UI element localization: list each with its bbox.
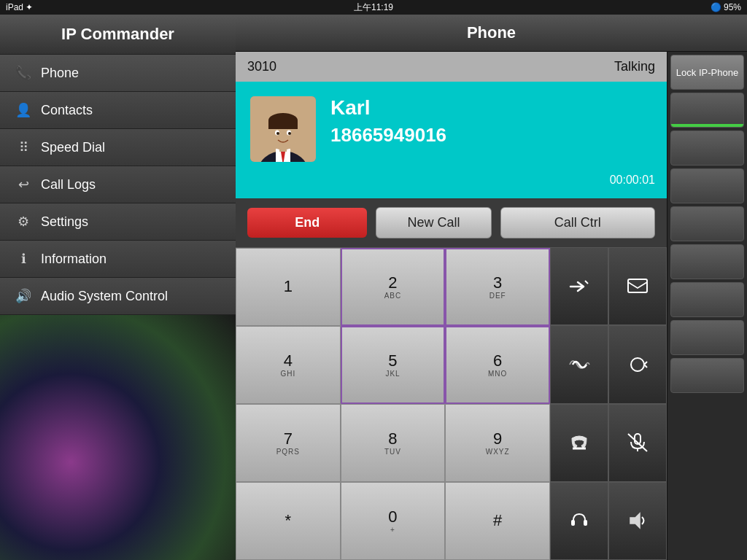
dialpad-key-#[interactable]: # — [445, 482, 550, 560]
end-button[interactable]: End — [247, 208, 367, 238]
avatar-image — [250, 96, 316, 162]
key-num-6: 6 — [493, 352, 502, 370]
dialpad-key-9[interactable]: 9 WXYZ — [445, 404, 550, 482]
status-left: iPad ✦ — [6, 2, 33, 12]
nav-label-settings: Settings — [41, 214, 88, 230]
call-extension: 3010 — [247, 59, 276, 74]
sidebar-title: IP Commander — [12, 25, 224, 44]
nav-label-audiosystem: Audio System Control — [41, 289, 168, 304]
dnd-button[interactable] — [550, 404, 608, 482]
key-num-3: 3 — [493, 274, 502, 292]
audiosystem-icon: 🔊 — [15, 288, 32, 304]
phone-panel: 3010 Talking — [236, 52, 747, 560]
caller-avatar — [250, 96, 316, 162]
svg-rect-7 — [268, 120, 298, 129]
status-ipad: iPad ✦ — [6, 2, 33, 12]
side-btn-9[interactable] — [670, 358, 744, 393]
sidebar-item-information[interactable]: ℹ Information — [0, 241, 236, 278]
svg-rect-19 — [584, 520, 587, 526]
call-ctrl-button[interactable]: Call Ctrl — [500, 207, 655, 238]
battery-icon: 🔵 95% — [711, 2, 741, 12]
dialpad-key-4[interactable]: 4 GHI — [236, 326, 341, 404]
sidebar-item-calllogs[interactable]: ↩ Call Logs — [0, 166, 236, 203]
message-button[interactable] — [608, 247, 667, 325]
key-letters-6: MNO — [488, 370, 507, 378]
dialpad-key-3[interactable]: 3 DEF — [445, 248, 550, 326]
phone-icon: 📞 — [15, 65, 32, 81]
sidebar-item-contacts[interactable]: 👤 Contacts — [0, 92, 236, 129]
call-info-bar: 3010 Talking — [236, 52, 667, 82]
key-num-1: 1 — [284, 278, 293, 295]
sidebar-nav: 📞 Phone 👤 Contacts ⠿ Speed Dial ↩ Call L… — [0, 55, 236, 315]
nav-label-contacts: Contacts — [41, 103, 93, 118]
sidebar-item-settings[interactable]: ⚙ Settings — [0, 203, 236, 241]
hold-button[interactable] — [550, 325, 608, 403]
sidebar-item-phone[interactable]: 📞 Phone — [0, 55, 236, 92]
nav-label-speeddial: Speed Dial — [41, 140, 105, 155]
nav-label-information: Information — [41, 252, 107, 267]
key-letters-5: JKL — [385, 370, 400, 378]
key-letters-8: TUV — [384, 448, 401, 456]
action-buttons: End New Call Call Ctrl — [236, 198, 667, 247]
side-btn-7[interactable] — [670, 282, 744, 317]
dialpad-key-7[interactable]: 7 PQRS — [236, 404, 341, 482]
key-num-*: * — [285, 512, 292, 529]
func-buttons — [550, 247, 667, 560]
key-letters-7: PQRS — [276, 448, 300, 456]
key-letters-9: WXYZ — [486, 448, 510, 456]
status-right: 🔵 95% — [711, 2, 741, 12]
green-indicator-bar — [671, 124, 743, 127]
side-btn-8[interactable] — [670, 320, 744, 355]
sidebar-background — [0, 315, 236, 560]
phone-main: 3010 Talking — [236, 52, 667, 560]
dialpad-key-6[interactable]: 6 MNO — [445, 326, 550, 404]
settings-icon: ⚙ — [15, 214, 32, 230]
mute-button[interactable] — [608, 404, 667, 482]
speeddial-icon: ⠿ — [15, 139, 32, 155]
dialpad-key-5[interactable]: 5 JKL — [341, 326, 446, 404]
loop-button[interactable] — [608, 325, 667, 403]
speaker-button[interactable] — [608, 482, 667, 560]
content-header: Phone — [236, 15, 747, 52]
dialpad-key-2[interactable]: 2 ABC — [341, 248, 446, 326]
status-bar: iPad ✦ 上午11:19 🔵 95% — [0, 0, 747, 15]
key-num-4: 4 — [284, 352, 293, 370]
svg-point-11 — [288, 132, 291, 135]
lock-ip-phone-button[interactable]: Lock IP-Phone — [670, 55, 744, 90]
dialpad-key-0[interactable]: 0 + — [341, 482, 446, 560]
contacts-icon: 👤 — [15, 102, 32, 118]
svg-point-10 — [276, 132, 279, 135]
key-letters-3: DEF — [489, 292, 506, 300]
dialpad-key-*[interactable]: * — [236, 482, 341, 560]
dialpad-grid: 1 2 ABC 3 DEF 4 GHI 5 JKL 6 MNO 7 PQRS 8… — [236, 247, 550, 560]
key-num-#: # — [493, 512, 502, 529]
side-btn-3[interactable] — [670, 131, 744, 166]
headset-button[interactable] — [550, 482, 608, 560]
dialpad-key-8[interactable]: 8 TUV — [341, 404, 446, 482]
sidebar: IP Commander 📞 Phone 👤 Contacts ⠿ Speed … — [0, 15, 236, 560]
call-card: Karl 18665949016 00:00:01 — [236, 82, 667, 198]
key-num-9: 9 — [493, 430, 502, 448]
transfer-button[interactable] — [550, 247, 608, 325]
key-num-2: 2 — [388, 274, 397, 292]
caller-number: 18665949016 — [330, 124, 446, 147]
call-timer: 00:00:01 — [610, 174, 655, 187]
dialpad-key-1[interactable]: 1 — [236, 248, 341, 326]
side-btn-5[interactable] — [670, 206, 744, 241]
dialpad-area: 1 2 ABC 3 DEF 4 GHI 5 JKL 6 MNO 7 PQRS 8… — [236, 247, 667, 560]
side-btn-6[interactable] — [670, 244, 744, 279]
lock-ip-phone-label: Lock IP-Phone — [676, 67, 738, 78]
side-btn-4[interactable] — [670, 168, 744, 203]
key-num-8: 8 — [388, 430, 397, 448]
new-call-button[interactable]: New Call — [376, 207, 491, 238]
sidebar-item-speeddial[interactable]: ⠿ Speed Dial — [0, 129, 236, 166]
sidebar-item-audiosystem[interactable]: 🔊 Audio System Control — [0, 278, 236, 315]
side-panel: Lock IP-Phone — [667, 52, 747, 560]
svg-rect-12 — [628, 279, 647, 292]
sidebar-header: IP Commander — [0, 15, 236, 55]
key-letters-4: GHI — [280, 370, 295, 378]
calllogs-icon: ↩ — [15, 176, 32, 192]
side-btn-2[interactable] — [670, 93, 744, 128]
main-container: IP Commander 📞 Phone 👤 Contacts ⠿ Speed … — [0, 15, 747, 560]
svg-marker-20 — [630, 513, 640, 528]
